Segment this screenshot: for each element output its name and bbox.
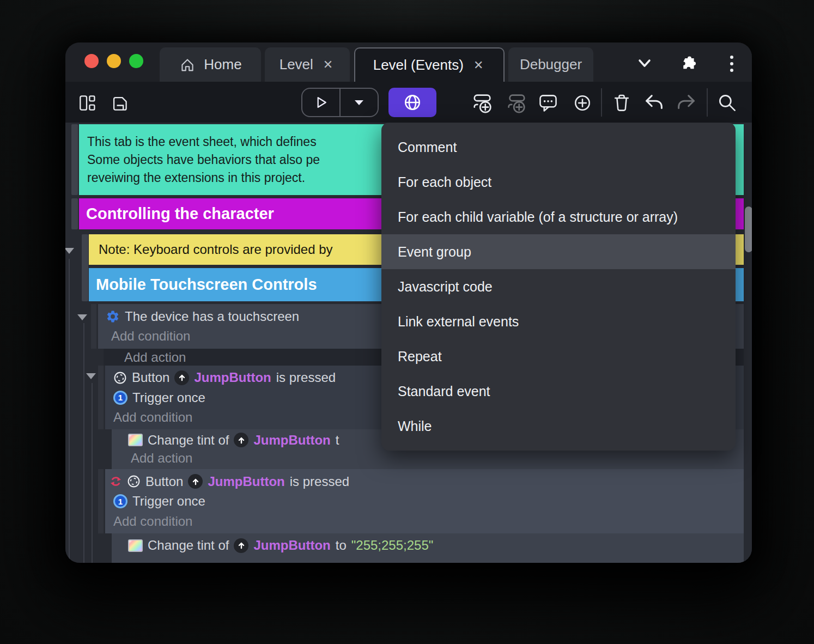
condition-suffix: is pressed: [290, 474, 349, 489]
menu-item-standard-event[interactable]: Standard event: [381, 374, 736, 409]
desktop-background: Home Level ✕ Level (Events) ✕ Debugger: [0, 0, 814, 644]
undo-icon: [643, 92, 666, 114]
search-button[interactable]: [715, 92, 739, 114]
tab-debugger[interactable]: Debugger: [508, 47, 593, 82]
menu-item-for-each-child-variable[interactable]: For each child variable (of a structure …: [381, 199, 736, 234]
trigger-once-icon: 1: [113, 391, 127, 405]
button-object-icon: [113, 371, 127, 385]
add-event-context-menu: Comment For each object For each child v…: [381, 123, 736, 451]
collapse-arrow[interactable]: [65, 248, 74, 254]
comment-margin-bar: [71, 124, 78, 195]
menu-item-comment[interactable]: Comment: [381, 130, 736, 165]
add-sub-event-icon: [505, 92, 527, 114]
tint-value: "255;255;255": [351, 538, 434, 553]
tab-home-label: Home: [204, 56, 241, 73]
home-icon: [179, 56, 196, 74]
group-margin-bar: [82, 234, 88, 301]
object-name: Button: [132, 370, 169, 385]
undo-button[interactable]: [642, 92, 666, 114]
add-sub-event-button[interactable]: [504, 92, 528, 114]
object-name: Button: [145, 474, 183, 489]
collapse-arrow[interactable]: [77, 314, 87, 320]
note-text: Note: Keyboard controls are provided by: [99, 242, 333, 257]
toolbar-divider: [601, 88, 602, 117]
menu-item-repeat[interactable]: Repeat: [381, 339, 736, 374]
play-icon: [313, 94, 329, 111]
minimize-window-button[interactable]: [107, 54, 121, 68]
invert-icon: [110, 475, 122, 488]
gear-icon: [106, 309, 120, 324]
menu-item-while[interactable]: While: [381, 409, 736, 443]
browse-events-button[interactable]: [388, 88, 436, 117]
close-window-button[interactable]: [84, 54, 99, 68]
search-icon: [716, 92, 738, 114]
arrow-up-icon: [236, 540, 246, 550]
titlebar: Home Level ✕ Level (Events) ✕ Debugger: [65, 42, 752, 82]
arrow-up-icon: [177, 373, 187, 382]
tab-level[interactable]: Level ✕: [265, 47, 350, 82]
puzzle-icon: [678, 54, 697, 73]
dropdown-caret-icon: [353, 98, 365, 107]
save-button[interactable]: [107, 92, 131, 114]
tint-icon: [128, 434, 143, 446]
event-jumpbutton-inverted-actions[interactable]: Change tint of JumpButton to "255;255;25…: [112, 533, 744, 563]
tab-level-events[interactable]: Level (Events) ✕: [354, 47, 505, 82]
add-action-link[interactable]: Add action: [128, 562, 744, 563]
event-gutter: [98, 469, 104, 533]
collapse-arrow[interactable]: [86, 373, 96, 379]
instance-name: JumpButton: [208, 474, 284, 489]
condition-trigger-once[interactable]: 1 Trigger once: [110, 494, 744, 509]
chevron-down-icon: [635, 57, 654, 70]
toolbar-divider: [707, 88, 708, 117]
toolbar: [65, 82, 752, 123]
add-condition-link[interactable]: Add condition: [110, 514, 744, 529]
menu-item-for-each-object[interactable]: For each object: [381, 165, 736, 199]
add-comment-button[interactable]: [536, 92, 560, 114]
condition-suffix: is pressed: [276, 370, 336, 385]
kebab-menu-icon: [730, 56, 733, 72]
action-change-tint-full[interactable]: Change tint of JumpButton to "255;255;25…: [128, 538, 744, 553]
tab-list-dropdown-button[interactable]: [634, 54, 655, 73]
scrollbar-thumb[interactable]: [745, 206, 752, 252]
condition-text: The device has a touchscreen: [125, 309, 299, 324]
button-object-icon: [127, 475, 141, 488]
arrow-up-icon: [191, 477, 201, 487]
menu-item-link-external-events[interactable]: Link external events: [381, 304, 736, 339]
add-circle-icon: [572, 92, 593, 114]
redo-button[interactable]: [674, 92, 698, 114]
indent-guide: [83, 323, 84, 563]
main-menu-button[interactable]: [721, 54, 743, 73]
tint-icon: [128, 539, 143, 552]
indent-guide: [69, 259, 70, 563]
sprite-chip: [234, 433, 248, 447]
close-tab-icon[interactable]: ✕: [321, 57, 335, 73]
comment-icon: [537, 92, 559, 114]
arrow-up-icon: [236, 435, 246, 445]
preview-split-button: [301, 88, 379, 117]
sprite-chip: [234, 538, 248, 553]
save-icon: [110, 93, 129, 113]
instance-name: JumpButton: [194, 370, 271, 385]
preview-options-button[interactable]: [341, 89, 378, 116]
delete-button[interactable]: [610, 92, 634, 114]
add-event-icon: [471, 92, 494, 114]
event-gutter: [91, 304, 96, 349]
preview-button[interactable]: [302, 89, 341, 116]
toggle-panels-button[interactable]: [75, 92, 99, 114]
redo-icon: [675, 92, 697, 114]
group-margin-bar: [71, 198, 78, 229]
menu-item-javascript-code[interactable]: Javascript code: [381, 269, 736, 304]
menu-item-event-group[interactable]: Event group: [381, 234, 736, 269]
add-action-link[interactable]: Add action: [128, 451, 744, 466]
event-jumpbutton-inverted-conditions[interactable]: Button JumpButton is pressed 1 Trigger o…: [105, 469, 744, 533]
trash-icon: [611, 92, 632, 114]
condition-button-pressed-inverted[interactable]: Button JumpButton is pressed: [110, 474, 744, 489]
addons-button[interactable]: [677, 54, 698, 73]
group-title: Controlling the character: [86, 205, 274, 223]
tab-level-label: Level: [280, 56, 313, 73]
tab-home[interactable]: Home: [160, 47, 261, 82]
add-event-button[interactable]: [471, 92, 495, 114]
add-action-button[interactable]: [570, 92, 594, 114]
close-tab-icon[interactable]: ✕: [471, 57, 485, 74]
zoom-window-button[interactable]: [129, 54, 143, 68]
